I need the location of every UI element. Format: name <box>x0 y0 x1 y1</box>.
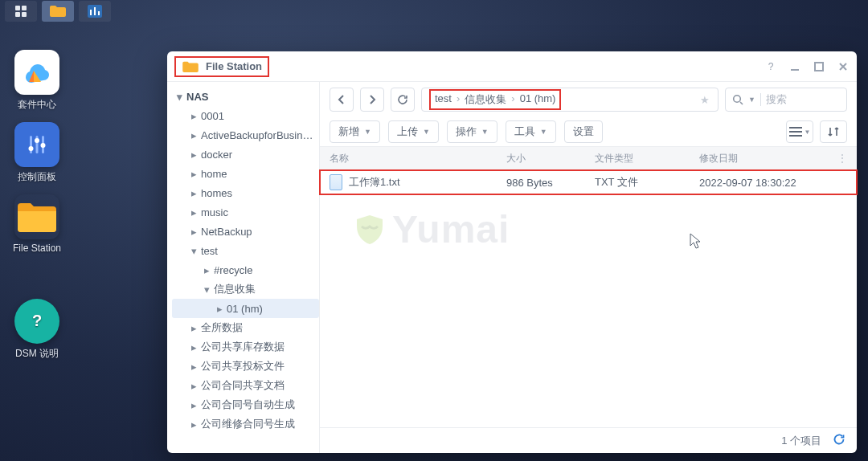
tree-node[interactable]: ▸全所数据 <box>172 318 319 337</box>
main-pane: test › 信息收集 › 01 (hm) ★ ▼ 搜索 新增▼ <box>320 82 857 453</box>
toolbar-settings-button[interactable]: 设置 <box>564 120 603 143</box>
crumb[interactable]: test <box>435 92 452 107</box>
close-icon[interactable] <box>837 61 849 72</box>
nav-back-button[interactable] <box>330 88 354 112</box>
search-box[interactable]: ▼ 搜索 <box>725 88 847 112</box>
item-count: 1 个项目 <box>781 434 821 448</box>
tree-node[interactable]: ▸公司维修合同号生成 <box>172 414 319 434</box>
columns-menu-icon[interactable]: ⋮ <box>828 153 847 164</box>
svg-rect-3 <box>98 11 100 15</box>
tree-node[interactable]: ▸公司共享库存数据 <box>172 337 319 357</box>
nav-row: test › 信息收集 › 01 (hm) ★ ▼ 搜索 <box>320 82 857 117</box>
tree-node-label: 公司共享库存数据 <box>201 340 285 354</box>
caret-right-icon[interactable]: ▸ <box>190 169 198 177</box>
caret-right-icon[interactable]: ▸ <box>215 304 223 312</box>
tree-node[interactable]: ▾test <box>172 241 319 260</box>
caret-down-icon[interactable]: ▾ <box>203 285 211 293</box>
taskbar-file-station-button[interactable] <box>42 1 74 22</box>
desktop-icon-package-center[interactable]: 套件中心 <box>10 50 64 112</box>
desktop-icon-file-station[interactable]: File Station <box>10 194 64 254</box>
tree-node-label: 全所数据 <box>201 320 243 335</box>
caret-down-icon[interactable]: ▾ <box>190 247 198 255</box>
caret-right-icon[interactable]: ▸ <box>190 112 198 120</box>
col-name[interactable]: 名称 <box>330 152 506 165</box>
file-row[interactable]: 工作簿1.txt 986 Bytes TXT 文件 2022-09-07 18:… <box>320 170 857 194</box>
toolbar-action-button[interactable]: 操作▼ <box>447 120 497 143</box>
desktop-icon-help[interactable]: ? DSM 说明 <box>10 299 64 361</box>
tree-node[interactable]: ▸公司共享投标文件 <box>172 357 319 376</box>
toolbar-upload-button[interactable]: 上传▼ <box>388 120 439 143</box>
caret-right-icon[interactable]: ▸ <box>190 362 198 370</box>
tree-node[interactable]: ▸#recycle <box>172 260 319 279</box>
col-type[interactable]: 文件类型 <box>595 152 699 165</box>
crumb[interactable]: 信息收集 <box>465 92 506 107</box>
mouse-cursor-icon <box>690 233 701 249</box>
toolbar-tools-button[interactable]: 工具▼ <box>506 120 556 143</box>
favorite-star-icon[interactable]: ★ <box>700 94 710 106</box>
tree-node[interactable]: ▸公司合同号自动生成 <box>172 395 319 414</box>
tree-node[interactable]: ▸music <box>172 202 319 222</box>
tree-node-label: 公司合同共享文档 <box>201 378 285 393</box>
caret-right-icon[interactable]: ▸ <box>190 131 198 139</box>
sort-button[interactable] <box>820 120 847 143</box>
tree-node[interactable]: ▸docker <box>172 145 319 164</box>
tree-node[interactable]: ▸01 (hm) <box>172 299 319 318</box>
caret-right-icon[interactable]: ▸ <box>203 266 211 274</box>
caret-right-icon[interactable]: ▸ <box>190 420 198 428</box>
caret-right-icon[interactable]: ▸ <box>190 324 198 332</box>
tree-root[interactable]: ▾ NAS <box>172 87 319 106</box>
caret-right-icon[interactable]: ▸ <box>190 227 198 235</box>
toolbar: 新增▼ 上传▼ 操作▼ 工具▼ 设置 ▼ <box>320 117 857 146</box>
caret-right-icon[interactable]: ▸ <box>190 381 198 390</box>
question-icon: ? <box>27 311 47 332</box>
caret-right-icon[interactable]: ▸ <box>190 150 198 158</box>
grid-rows[interactable]: 工作簿1.txt 986 Bytes TXT 文件 2022-09-07 18:… <box>320 170 857 427</box>
svg-text:?: ? <box>768 61 774 72</box>
refresh-button[interactable] <box>391 88 415 112</box>
folder-icon <box>16 200 58 234</box>
taskbar-apps-button[interactable] <box>5 1 37 22</box>
nav-forward-button[interactable] <box>360 88 384 112</box>
svg-point-14 <box>734 96 741 103</box>
caret-right-icon[interactable]: ▸ <box>190 401 198 409</box>
desktop-icon-control-panel[interactable]: 控制面板 <box>10 122 64 184</box>
taskbar-equalizer-button[interactable] <box>79 1 111 22</box>
desktop-icon-label: DSM 说明 <box>15 347 59 361</box>
tree-node-label: 0001 <box>201 110 224 122</box>
tree-node[interactable]: ▸ActiveBackupforBusiness <box>172 125 319 145</box>
window-title: File Station <box>206 60 262 72</box>
tree-node-label: test <box>201 245 218 257</box>
col-size[interactable]: 大小 <box>506 152 595 165</box>
chevron-right-icon: › <box>457 92 460 107</box>
refresh-icon <box>833 433 845 446</box>
col-modified[interactable]: 修改日期 <box>699 152 828 165</box>
status-refresh-button[interactable] <box>833 433 845 448</box>
folder-tree[interactable]: ▾ NAS ▸0001▸ActiveBackupforBusiness▸dock… <box>167 82 320 453</box>
tree-node[interactable]: ▸homes <box>172 183 319 202</box>
tree-node[interactable]: ▸NetBackup <box>172 222 319 241</box>
tree-node[interactable]: ▾信息收集 <box>172 279 319 299</box>
maximize-icon[interactable] <box>813 61 825 72</box>
file-station-window: File Station ? ▾ NAS ▸0001▸ActiveBackupf… <box>167 51 857 453</box>
toolbar-new-button[interactable]: 新增▼ <box>330 120 380 143</box>
tree-node[interactable]: ▸home <box>172 164 319 183</box>
caret-right-icon[interactable]: ▸ <box>190 189 198 197</box>
view-list-button[interactable]: ▼ <box>786 120 813 143</box>
tree-node[interactable]: ▸公司合同共享文档 <box>172 376 319 395</box>
minimize-icon[interactable] <box>789 61 800 72</box>
crumb[interactable]: 01 (hm) <box>520 92 556 107</box>
caret-down-icon: ▾ <box>175 92 183 100</box>
chevron-down-icon: ▼ <box>748 96 755 104</box>
svg-point-7 <box>29 146 34 151</box>
caret-right-icon[interactable]: ▸ <box>190 343 198 351</box>
chevron-down-icon: ▼ <box>481 128 489 136</box>
text-file-icon <box>330 174 342 190</box>
help-icon[interactable]: ? <box>765 61 776 72</box>
apps-grid-icon <box>15 6 27 17</box>
tree-node[interactable]: ▸0001 <box>172 106 319 125</box>
chevron-down-icon: ▼ <box>423 128 430 136</box>
tree-node-label: 公司共享投标文件 <box>201 359 285 373</box>
breadcrumb[interactable]: test › 信息收集 › 01 (hm) ★ <box>421 88 719 112</box>
tree-node-label: home <box>201 168 227 180</box>
caret-right-icon[interactable]: ▸ <box>190 208 198 216</box>
